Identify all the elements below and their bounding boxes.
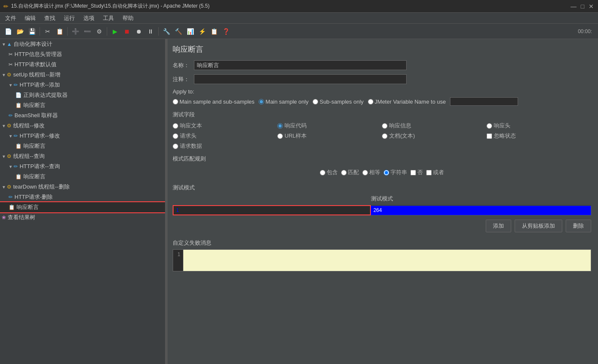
tree-item-result-tree[interactable]: ❀ 查看结果树 (0, 212, 165, 223)
tree-item-query-group[interactable]: ▼ ⚙ 线程组--查询 (0, 151, 165, 161)
tree-item-assert1[interactable]: 📋 响应断言 (0, 100, 165, 110)
field-resp-header[interactable]: 响应头 (487, 122, 591, 130)
settings-btn[interactable]: ⚙ (94, 26, 105, 37)
tree-item-assert2[interactable]: 📋 响应断言 (0, 141, 165, 151)
tree-item-http-query[interactable]: ▼ ✏ HTTP请求--查询 (0, 161, 165, 172)
add-clipboard-button[interactable]: 从剪贴板添加 (515, 220, 562, 232)
menu-item-工具[interactable]: 工具 (100, 14, 117, 23)
field-req-data[interactable]: 请求数据 (173, 142, 277, 150)
remove-btn[interactable]: ➖ (82, 26, 93, 37)
test-mode-row[interactable]: 1 264 (173, 206, 591, 215)
tree-item-assert3[interactable]: 📋 响应断言 (0, 172, 165, 182)
radio-contains[interactable] (320, 170, 325, 175)
radio-req-data[interactable] (173, 144, 178, 149)
menu-item-帮助[interactable]: 帮助 (119, 14, 137, 23)
tree-item-beanshell[interactable]: ✏ BeanShell 取样器 (0, 110, 165, 121)
tree-item-assert4[interactable]: 📋 响应断言 (0, 202, 165, 212)
radio-equals[interactable] (362, 170, 368, 175)
chart-btn[interactable]: 📊 (185, 26, 196, 37)
maximize-icon[interactable]: □ (581, 3, 584, 10)
radio-match[interactable] (341, 170, 347, 175)
cut-btn[interactable]: ✂ (42, 26, 53, 37)
tree-item-regex[interactable]: 📄 正则表达式提取器 (0, 90, 165, 100)
pattern-equals[interactable]: 相等 (362, 169, 380, 176)
field-url-sample[interactable]: URL样本 (277, 132, 382, 140)
radio-string[interactable] (384, 170, 389, 175)
field-req-header[interactable]: 请求头 (173, 132, 277, 140)
tree-item-modify-group[interactable]: ▼ ⚙ 线程组--修改 (0, 121, 165, 131)
radio-sub-only[interactable] (313, 99, 318, 104)
checkbox-no[interactable] (410, 170, 416, 175)
tree-item-http-header[interactable]: ✂ HTTP信息头管理器 (0, 49, 165, 59)
apply-main-sub[interactable]: Main sample and sub-samples (173, 99, 254, 105)
pattern-string[interactable]: 字符串 (384, 169, 407, 176)
copy-btn[interactable]: 📋 (54, 26, 65, 37)
radio-url-sample[interactable] (277, 133, 283, 139)
field-resp-code[interactable]: 响应代码 (277, 122, 382, 130)
radio-resp-text[interactable] (173, 123, 178, 129)
row-number-cell[interactable]: 1 (173, 206, 370, 215)
tree-item-http-modify[interactable]: ▼ ✏ HTTP请求--修改 (0, 131, 165, 141)
menu-item-编辑[interactable]: 编辑 (21, 14, 39, 23)
name-input[interactable] (194, 60, 407, 70)
run-btn[interactable]: ▶ (109, 26, 120, 37)
tool-btn[interactable]: 🔧 (161, 26, 172, 37)
radio-document[interactable] (382, 133, 387, 139)
apply-sub-only[interactable]: Sub-samples only (313, 99, 363, 105)
field-resp-info[interactable]: 响应信息 (382, 122, 487, 130)
tree-item-teardown-group[interactable]: ▼ ⚙ tearDown 线程组--删除 (0, 182, 165, 192)
field-document[interactable]: 文档(文本) (382, 132, 487, 140)
menu-item-选项[interactable]: 选项 (80, 14, 98, 23)
radio-jmeter-var[interactable] (368, 99, 373, 104)
checkbox-ignore-status[interactable] (487, 133, 492, 139)
tree-item-http-add[interactable]: ▼ ✏ HTTP请求--添加 (0, 80, 165, 90)
pause-btn[interactable]: ⏸ (145, 26, 156, 37)
radio-req-header[interactable] (173, 133, 178, 139)
tree-item-setup-group[interactable]: ▼ ⚙ setUp 线程组--新增 (0, 70, 165, 80)
toggle-http-add[interactable]: ▼ (9, 83, 13, 87)
pattern-match[interactable]: 匹配 (341, 169, 359, 176)
help-btn[interactable]: ❓ (220, 26, 231, 37)
toggle-teardown[interactable]: ▼ (2, 185, 6, 189)
tree-item-http-defaults[interactable]: ✂ HTTP请求默认值 (0, 59, 165, 70)
apply-main-only[interactable]: Main sample only (259, 99, 308, 105)
menu-item-查找[interactable]: 查找 (41, 14, 59, 23)
toggle-root[interactable]: ▼ (2, 42, 6, 47)
radio-main-only[interactable] (259, 99, 264, 104)
field-ignore-status[interactable]: 忽略状态 (487, 132, 591, 140)
radio-main-sub[interactable] (173, 99, 178, 104)
script-btn[interactable]: ⚡ (196, 26, 208, 37)
menu-item-文件[interactable]: 文件 (2, 14, 20, 23)
field-resp-text[interactable]: 响应文本 (173, 122, 277, 130)
pattern-or[interactable]: 或者 (426, 169, 444, 176)
toggle-modify[interactable]: ▼ (2, 124, 6, 128)
editor-area[interactable] (183, 250, 591, 271)
toggle-http-modify[interactable]: ▼ (9, 134, 13, 138)
panel-resize-handle[interactable] (165, 39, 168, 364)
toggle-setup[interactable]: ▼ (2, 73, 6, 77)
jmeter-var-input[interactable] (450, 97, 518, 106)
toggle-http-query[interactable]: ▼ (9, 164, 13, 169)
toggle-query[interactable]: ▼ (2, 154, 6, 159)
add-button[interactable]: 添加 (486, 220, 511, 232)
tree-item-http-delete[interactable]: ✏ HTTP请求-删除 (0, 192, 165, 202)
open-btn[interactable]: 📂 (14, 26, 26, 37)
row-value-cell[interactable]: 264 (370, 206, 591, 215)
comment-input[interactable] (194, 74, 407, 84)
radio-resp-header[interactable] (487, 123, 492, 129)
minimize-icon[interactable]: — (571, 3, 577, 10)
menu-item-运行[interactable]: 运行 (60, 14, 78, 23)
add-btn[interactable]: ➕ (70, 26, 81, 37)
radio-resp-info[interactable] (382, 123, 387, 129)
radio-resp-code[interactable] (277, 123, 283, 129)
record-btn[interactable]: ⏺ (133, 26, 144, 37)
pattern-no[interactable]: 否 (410, 169, 423, 176)
clipboard2-btn[interactable]: 📋 (208, 26, 219, 37)
build-btn[interactable]: 🔨 (173, 26, 184, 37)
apply-jmeter-var[interactable]: JMeter Variable Name to use (368, 99, 446, 105)
checkbox-or[interactable] (426, 170, 432, 175)
new-btn[interactable]: 📄 (3, 26, 14, 37)
save-btn[interactable]: 💾 (26, 26, 37, 37)
close-icon[interactable]: ✕ (589, 3, 594, 10)
stop-btn[interactable]: ⏹ (121, 26, 132, 37)
